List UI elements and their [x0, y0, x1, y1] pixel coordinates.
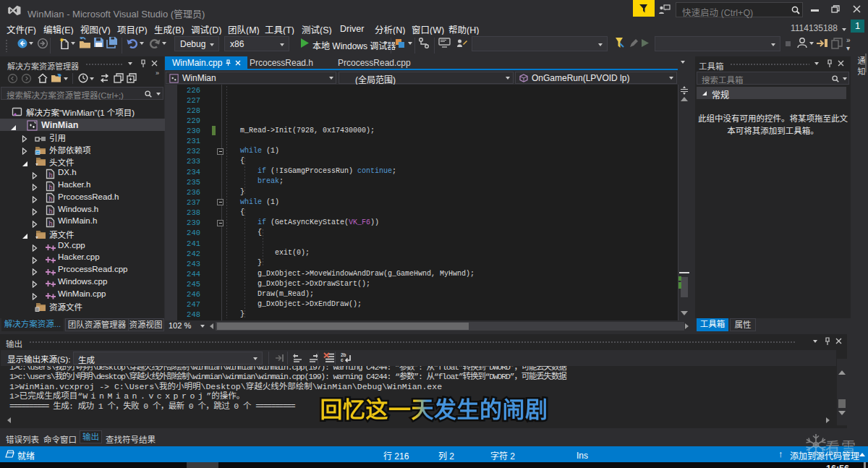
svg-text:h: h — [49, 208, 53, 215]
svg-text:h: h — [49, 195, 53, 203]
svg-text:h: h — [49, 184, 53, 191]
svg-text:h: h — [49, 171, 53, 179]
svg-text:h: h — [49, 220, 53, 227]
svg-text:2b: 2b — [341, 352, 346, 357]
svg-text:c: c — [341, 357, 344, 362]
